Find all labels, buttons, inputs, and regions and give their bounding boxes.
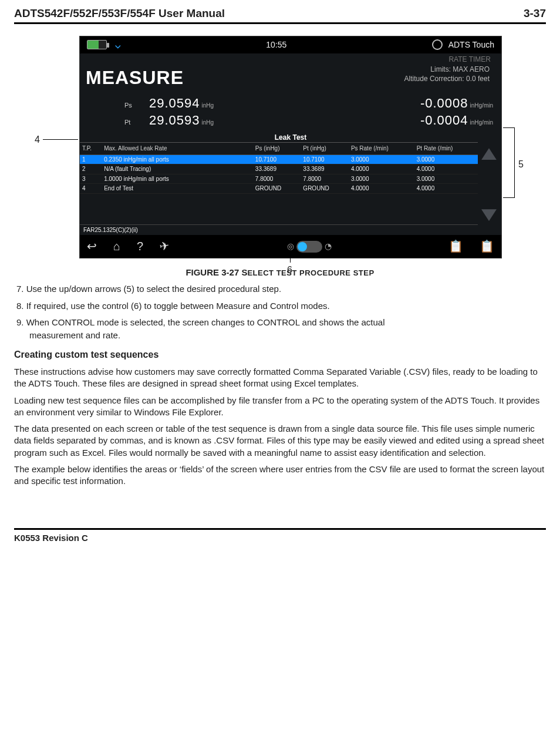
col-psr: Ps Rate (/min) [349, 143, 414, 154]
ps-label: Ps [124, 101, 136, 110]
page-number: 3-37 [524, 6, 546, 21]
figure-caption: FIGURE 3-27 SELECT TEST PROCEDURE STEP [14, 267, 546, 278]
readings-block: Ps 29.0594inHg -0.0008inHg/min Pt 29.059… [80, 93, 501, 132]
nav-bar: ↩ ⌂ ? ✈ ◎ ◔ 📋 📋 [80, 235, 501, 258]
body-paragraph-3: The data presented on each screen or tab… [14, 423, 546, 459]
body-paragraph-4: The example below identifies the areas o… [14, 463, 546, 488]
callout-4: 4 [35, 133, 40, 146]
ps-unit: inHg [202, 102, 214, 109]
measure-mode-label: MEASURE [86, 65, 184, 90]
airplane-icon[interactable]: ✈ [158, 238, 171, 256]
brand-label: ADTS Touch [448, 39, 494, 51]
figure-caption-rest: ELECT TEST PROCEDURE STEP [247, 268, 374, 277]
clock-time: 10:55 [266, 39, 286, 51]
table-row[interactable]: 1 0.2350 inHg/min all ports 10.7100 10.7… [80, 154, 478, 164]
page-header: ADTS542F/552F/553F/554F User Manual 3-37 [14, 6, 546, 24]
callout-5: 5 [518, 158, 524, 171]
home-icon[interactable]: ⌂ [113, 238, 120, 254]
pt-value: 29.0593 [149, 113, 200, 127]
step-7: 7. Use the up/down arrows (5) to select … [16, 283, 546, 295]
pt-rate-unit: inHg/min [470, 119, 493, 126]
mode-toggle[interactable]: ◎ ◔ [287, 241, 332, 253]
body-paragraph-2: Loading new test sequence files can be a… [14, 395, 546, 419]
col-ps: Ps (inHg) [253, 143, 301, 154]
ge-logo-icon [432, 39, 443, 50]
alt-correction-line: Altitude Correction: 0.0 feet [404, 75, 490, 84]
pt-rate-value: -0.0004 [420, 113, 468, 127]
revision-label: K0553 Revision C [14, 533, 88, 543]
bluetooth-icon: ⌵ [115, 39, 121, 52]
back-icon[interactable]: ↩ [87, 238, 97, 254]
doc-title: ADTS542F/552F/553F/554F User Manual [14, 6, 225, 21]
pt-label: Pt [124, 118, 136, 127]
step-8: 8. If required, use the control (6) to t… [16, 300, 546, 312]
callout-5-bracket [503, 127, 515, 198]
col-max: Max. Allowed Leak Rate [102, 143, 253, 154]
step-9-line2: measurement and rate. [29, 330, 546, 341]
table-row[interactable]: 3 1.0000 inHg/min all ports 7.8000 7.800… [80, 174, 478, 184]
gauge-icon: ◔ [325, 241, 332, 252]
ps-rate-value: -0.0008 [420, 96, 468, 110]
page-footer: K0553 Revision C [14, 528, 546, 544]
callout-4-line [43, 139, 78, 140]
col-ptr: Pt Rate (/min) [414, 143, 478, 154]
step-9-line1: 9. When CONTROL mode is selected, the sc… [16, 317, 546, 328]
figure-area: 4 5 ⌵ 10:55 ADTS Touch RATE TIMER MEASUR… [33, 36, 527, 259]
rate-timer-label[interactable]: RATE TIMER [80, 53, 501, 64]
step-down-button[interactable] [481, 209, 497, 221]
battery-icon [87, 40, 107, 49]
pt-unit: inHg [202, 119, 214, 126]
callout-6: 6 [287, 264, 292, 277]
body-paragraph-1: These instructions advise how customers … [14, 366, 546, 390]
leak-test-title: Leak Test [80, 132, 501, 142]
table-row[interactable]: 4 End of Test GROUND GROUND 4.0000 4.000… [80, 184, 478, 194]
status-bar: ⌵ 10:55 ADTS Touch [80, 36, 501, 54]
table-row[interactable]: 2 N/A (fault Tracing) 33.3689 33.3689 4.… [80, 164, 478, 174]
figure-caption-prefix: FIGURE 3-27 S [185, 267, 247, 277]
limits-line: Limits: MAX AERO [404, 65, 490, 75]
test-reference-line: FAR25.1325(C)(2)(ii) [80, 224, 478, 236]
ps-rate-unit: inHg/min [470, 102, 493, 109]
clipboard-check-icon[interactable]: 📋 [480, 238, 494, 254]
col-pt: Pt (inHg) [301, 143, 349, 154]
device-screen: ⌵ 10:55 ADTS Touch RATE TIMER MEASURE Li… [79, 36, 502, 259]
clipboard-search-icon[interactable]: 📋 [448, 238, 463, 254]
leak-test-table: T.P. Max. Allowed Leak Rate Ps (inHg) Pt… [80, 142, 478, 235]
ps-value: 29.0594 [149, 96, 200, 110]
help-icon[interactable]: ? [137, 238, 143, 254]
toggle-switch-icon [296, 241, 322, 253]
col-tp: T.P. [80, 143, 102, 154]
subsection-heading: Creating custom test sequences [14, 348, 546, 361]
step-up-button[interactable] [481, 148, 497, 160]
callout-6-line [290, 248, 291, 263]
